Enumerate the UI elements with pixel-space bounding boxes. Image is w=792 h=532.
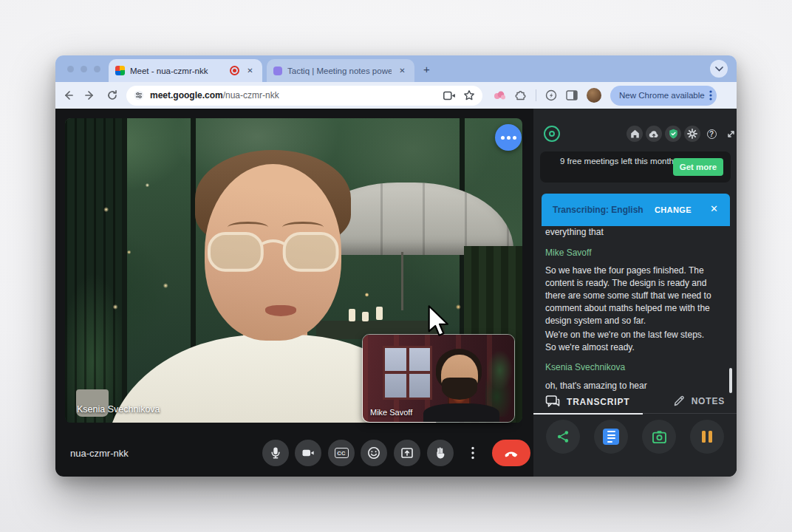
mic-button[interactable] xyxy=(262,440,289,466)
get-more-button[interactable]: Get more xyxy=(673,158,723,176)
participant-name-label: Ksenia Svechnikova xyxy=(77,404,160,415)
privacy-button[interactable] xyxy=(665,126,681,142)
browser-menu-icon[interactable] xyxy=(709,89,712,101)
pencil-icon xyxy=(673,395,686,407)
share-button[interactable] xyxy=(546,420,580,454)
transcribing-banner: Transcribing: English CHANGE ✕ xyxy=(542,194,730,226)
transcript-scrollbar[interactable] xyxy=(729,368,732,393)
tab-title: Tactiq | Meeting notes power xyxy=(287,66,392,75)
videocam-icon xyxy=(301,446,315,460)
upload-button[interactable] xyxy=(646,126,662,142)
quota-text: 9 free meetings left this month xyxy=(558,156,676,167)
emoji-icon xyxy=(366,446,381,460)
camera-icon xyxy=(652,430,667,444)
transcript-paragraph: So we have the four pages finished. The … xyxy=(545,265,714,327)
more-options-button[interactable] xyxy=(460,440,486,466)
minimize-window-button[interactable] xyxy=(81,66,87,72)
close-banner-icon[interactable]: ✕ xyxy=(710,203,718,214)
candle xyxy=(362,312,369,321)
profile-avatar[interactable] xyxy=(587,88,601,103)
close-tab-icon[interactable]: ✕ xyxy=(245,65,256,76)
close-window-button[interactable] xyxy=(67,66,74,72)
raise-hand-button[interactable] xyxy=(427,440,454,466)
new-tab-button[interactable]: + xyxy=(423,63,430,75)
tab-title: Meet - nua-czmr-nkk xyxy=(130,66,225,75)
site-settings-icon[interactable] xyxy=(134,90,144,100)
url-bar[interactable]: meet.google.com/nua-czmr-nkk xyxy=(126,86,482,106)
quota-card: 9 free meetings left this month Get more xyxy=(540,151,731,183)
back-icon xyxy=(62,89,74,101)
home-button[interactable] xyxy=(627,126,643,142)
tab-capture-camera-icon[interactable] xyxy=(443,91,456,100)
camera-button[interactable] xyxy=(295,440,321,466)
browser-toolbar: meet.google.com/nua-czmr-nkk New Chrome … xyxy=(55,82,737,109)
chrome-update-button[interactable]: New Chrome available xyxy=(610,86,717,106)
extensions-puzzle-icon[interactable] xyxy=(515,89,527,101)
reload-button[interactable] xyxy=(103,86,122,105)
video-tile-pip[interactable]: Mike Savoff xyxy=(362,334,515,423)
extension-shortcut-icon[interactable] xyxy=(545,89,557,101)
chat-bubble-button[interactable] xyxy=(495,124,522,151)
toolbar-divider xyxy=(536,89,536,101)
reload-icon xyxy=(106,89,118,101)
tab-meet[interactable]: Meet - nua-czmr-nkk ✕ xyxy=(109,59,262,82)
url-text: meet.google.com/nua-czmr-nkk xyxy=(150,90,439,100)
chat-bubbles-icon xyxy=(545,395,560,409)
transcript-paragraph: oh, that's amazing to hear xyxy=(545,380,714,392)
pause-icon xyxy=(702,431,712,443)
present-button[interactable] xyxy=(394,440,420,466)
meeting-code: nua-czmr-nkk xyxy=(70,448,129,459)
bookmark-star-icon[interactable] xyxy=(463,89,475,101)
browser-tab-strip: Meet - nua-czmr-nkk ✕ Tactiq | Meeting n… xyxy=(55,55,737,82)
transcribing-label: Transcribing: English xyxy=(553,205,644,215)
close-tab-icon[interactable]: ✕ xyxy=(397,65,408,76)
back-button[interactable] xyxy=(58,86,78,105)
candle xyxy=(349,309,355,321)
pause-transcription-button[interactable] xyxy=(690,420,724,454)
glasses xyxy=(207,229,340,275)
forward-button[interactable] xyxy=(81,86,100,105)
url-path: /nua-czmr-nkk xyxy=(223,90,279,100)
resize-diagonal-icon xyxy=(726,129,736,139)
meet-favicon xyxy=(115,66,125,75)
screenshot-button[interactable] xyxy=(642,420,676,454)
side-panel-icon[interactable] xyxy=(566,90,578,100)
more-vertical-icon xyxy=(471,446,474,460)
panel-action-bar xyxy=(533,418,737,463)
help-icon: ? xyxy=(707,129,717,139)
extension-pink-icon[interactable] xyxy=(493,90,506,100)
tactiq-header-actions: ? xyxy=(627,126,737,142)
gear-icon xyxy=(687,129,697,139)
meet-control-bar: nua-czmr-nkk CC xyxy=(55,432,533,477)
end-call-icon xyxy=(503,445,519,461)
change-language-button[interactable]: CHANGE xyxy=(655,205,692,214)
chrome-update-label: New Chrome available xyxy=(619,91,705,100)
pip-name-label: Mike Savoff xyxy=(370,408,412,417)
tab-search-chevron-button[interactable] xyxy=(710,60,728,78)
captions-button[interactable]: CC xyxy=(328,440,355,466)
cloud-upload-icon xyxy=(649,130,659,138)
window-controls[interactable] xyxy=(67,66,100,72)
page-content: Ksenia Svechnikova Mike Savoff nua-czmr-… xyxy=(55,109,737,477)
forward-icon xyxy=(84,89,96,101)
end-call-button[interactable] xyxy=(492,440,530,466)
tactiq-logo-icon xyxy=(544,126,560,142)
shield-check-icon xyxy=(669,129,678,139)
speaker-name: Ksenia Svechnikova xyxy=(545,362,625,372)
browser-window: Meet - nua-czmr-nkk ✕ Tactiq | Meeting n… xyxy=(55,55,737,477)
tactiq-favicon xyxy=(273,66,282,75)
tab-tactiq[interactable]: Tactiq | Meeting notes power ✕ xyxy=(267,59,414,82)
reactions-button[interactable] xyxy=(361,440,387,466)
captions-icon: CC xyxy=(335,448,349,458)
settings-button[interactable] xyxy=(684,126,700,142)
window-snow xyxy=(383,346,433,400)
google-docs-icon xyxy=(603,429,619,445)
save-to-docs-button[interactable] xyxy=(594,420,628,454)
tab-transcript[interactable]: TRANSCRIPT xyxy=(545,395,629,409)
tactiq-panel: ? 9 free meetings left this month Get mo… xyxy=(533,109,737,477)
zoom-window-button[interactable] xyxy=(94,66,100,72)
tab-notes[interactable]: NOTES xyxy=(673,395,725,407)
detach-panel-button[interactable] xyxy=(723,126,737,142)
extensions-area xyxy=(493,88,601,103)
help-button[interactable]: ? xyxy=(703,126,720,142)
